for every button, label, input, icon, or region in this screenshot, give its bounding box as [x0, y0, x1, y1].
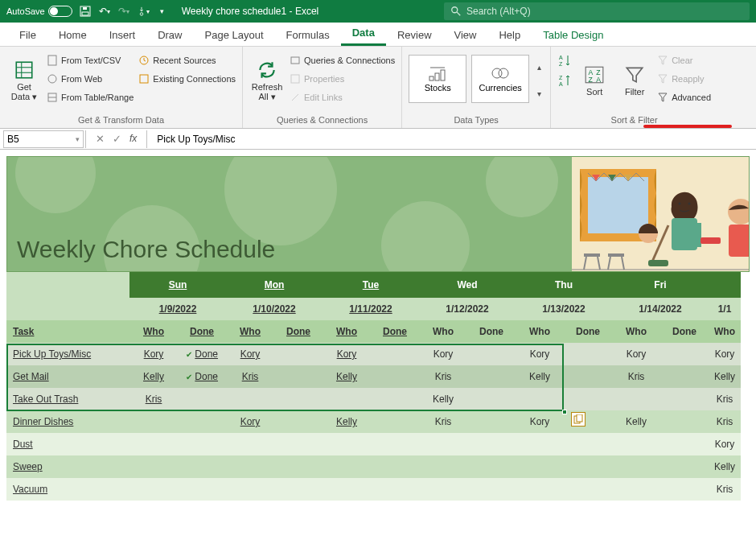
done-cell[interactable]: [564, 365, 612, 388]
who-cell[interactable]: [419, 478, 467, 501]
done-cell[interactable]: [274, 478, 323, 501]
done-cell[interactable]: [467, 410, 516, 433]
refresh-all-button[interactable]: RefreshAll ▾: [249, 50, 285, 111]
done-header[interactable]: Done: [371, 320, 419, 343]
done-cell[interactable]: [467, 433, 516, 455]
who-cell[interactable]: Kory: [709, 343, 741, 365]
done-header[interactable]: Done: [467, 320, 516, 343]
done-cell[interactable]: [178, 455, 226, 478]
cancel-formula-icon[interactable]: ✕: [96, 133, 105, 145]
who-cell[interactable]: [516, 455, 564, 478]
filter-button[interactable]: Filter: [617, 50, 652, 111]
who-cell[interactable]: Kory: [516, 410, 564, 433]
done-cell[interactable]: [467, 455, 516, 478]
done-cell[interactable]: [274, 455, 323, 478]
done-cell[interactable]: [660, 455, 709, 478]
datatype-scroll[interactable]: ▴▾: [534, 60, 544, 98]
who-cell[interactable]: [226, 478, 274, 501]
done-cell[interactable]: [564, 433, 612, 455]
who-cell[interactable]: Kory: [129, 343, 178, 365]
who-cell[interactable]: [612, 433, 660, 455]
table-row[interactable]: VacuumKris: [6, 478, 741, 501]
done-cell[interactable]: [178, 410, 226, 433]
done-cell[interactable]: [660, 410, 709, 433]
done-cell[interactable]: [660, 388, 709, 410]
currencies-datatype[interactable]: Currencies: [471, 55, 529, 103]
done-cell[interactable]: [274, 343, 323, 365]
task-cell[interactable]: Dinner Dishes: [6, 410, 129, 433]
who-cell[interactable]: Kelly: [709, 365, 741, 388]
done-cell[interactable]: [371, 388, 419, 410]
who-cell[interactable]: Kris: [129, 388, 178, 410]
redo-icon[interactable]: ↷▾: [117, 5, 130, 18]
who-cell[interactable]: Kory: [612, 343, 660, 365]
who-header[interactable]: Who: [129, 320, 178, 343]
day-header[interactable]: Sun: [129, 272, 226, 298]
accept-formula-icon[interactable]: ✓: [113, 133, 121, 145]
who-cell[interactable]: [516, 433, 564, 455]
task-cell[interactable]: Get Mail: [6, 365, 129, 388]
from-web-button[interactable]: From Web: [47, 71, 134, 87]
who-cell[interactable]: Kris: [419, 365, 467, 388]
table-row[interactable]: Get MailKelly✔ DoneKrisKellyKrisKellyKri…: [6, 365, 741, 388]
table-row[interactable]: DustKory: [6, 433, 741, 455]
done-cell[interactable]: [371, 455, 419, 478]
done-cell[interactable]: [274, 365, 323, 388]
done-cell[interactable]: [467, 478, 516, 501]
who-cell[interactable]: Kelly: [129, 365, 178, 388]
who-header[interactable]: Who: [612, 320, 660, 343]
done-cell[interactable]: [178, 388, 226, 410]
who-header[interactable]: Who: [323, 320, 371, 343]
who-cell[interactable]: Kelly: [419, 388, 467, 410]
date-header[interactable]: 1/9/2022: [129, 298, 226, 320]
tab-review[interactable]: Review: [386, 24, 443, 46]
done-cell[interactable]: [178, 478, 226, 501]
who-cell[interactable]: [323, 455, 371, 478]
date-header[interactable]: 1/10/2022: [226, 298, 323, 320]
who-cell[interactable]: [226, 388, 274, 410]
advanced-filter-button[interactable]: Advanced: [657, 89, 711, 105]
who-cell[interactable]: [612, 478, 660, 501]
who-header[interactable]: Who: [709, 320, 741, 343]
paste-options-button[interactable]: [571, 412, 585, 427]
table-row[interactable]: Take Out TrashKrisKellyKris: [6, 388, 741, 410]
who-cell[interactable]: Kory: [323, 343, 371, 365]
who-cell[interactable]: [419, 433, 467, 455]
done-cell[interactable]: [371, 433, 419, 455]
done-cell[interactable]: [371, 478, 419, 501]
who-cell[interactable]: [323, 388, 371, 410]
task-cell[interactable]: Take Out Trash: [6, 388, 129, 410]
table-row[interactable]: Dinner DishesKoryKellyKrisKoryKellyKris: [6, 410, 741, 433]
date-header[interactable]: 1/1: [709, 298, 741, 320]
tab-view[interactable]: View: [443, 24, 488, 46]
done-cell[interactable]: [371, 410, 419, 433]
who-cell[interactable]: [226, 455, 274, 478]
date-header[interactable]: 1/11/2022: [323, 298, 419, 320]
day-header[interactable]: Mon: [226, 272, 323, 298]
done-cell[interactable]: [274, 410, 323, 433]
done-cell[interactable]: [660, 365, 709, 388]
task-cell[interactable]: Dust: [6, 433, 129, 455]
chore-table[interactable]: Sun Mon Tue Wed Thu Fri 1/9/2022 1/10/20…: [6, 272, 741, 501]
who-header[interactable]: Who: [516, 320, 564, 343]
who-header[interactable]: Who: [226, 320, 274, 343]
who-cell[interactable]: [129, 433, 178, 455]
qat-more-icon[interactable]: ▾: [156, 5, 169, 18]
who-cell[interactable]: Kris: [226, 365, 274, 388]
stocks-datatype[interactable]: Stocks: [409, 55, 466, 103]
who-cell[interactable]: Kory: [226, 343, 274, 365]
formula-content[interactable]: Pick Up Toys/Misc: [149, 134, 235, 145]
tab-help[interactable]: Help: [487, 24, 532, 46]
tab-page-layout[interactable]: Page Layout: [194, 24, 275, 46]
day-header[interactable]: Fri: [612, 272, 709, 298]
who-cell[interactable]: [226, 433, 274, 455]
save-icon[interactable]: [79, 5, 92, 18]
who-cell[interactable]: Kory: [516, 343, 564, 365]
task-cell[interactable]: Sweep: [6, 455, 129, 478]
fx-icon[interactable]: fx: [129, 133, 137, 145]
who-cell[interactable]: [612, 388, 660, 410]
who-header[interactable]: Who: [419, 320, 467, 343]
done-cell[interactable]: [660, 433, 709, 455]
name-box[interactable]: B5 ▾: [3, 130, 84, 148]
who-cell[interactable]: [516, 388, 564, 410]
